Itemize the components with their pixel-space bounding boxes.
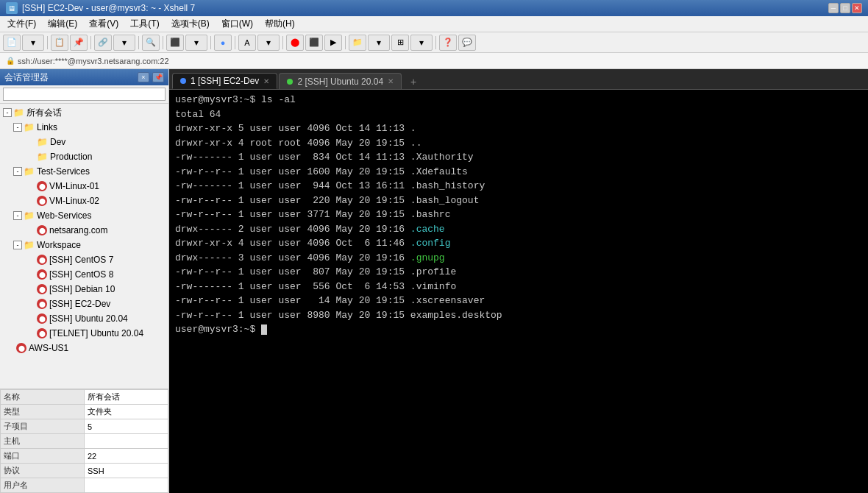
tab-close-1[interactable]: ✕ — [263, 77, 269, 85]
tree-item-centos7[interactable]: ⬤ [SSH] CentOS 7 — [0, 252, 168, 267]
new-session-button[interactable]: 📄 — [3, 35, 21, 51]
font-dropdown[interactable]: ▾ — [257, 35, 280, 51]
tree-item-ec2dev[interactable]: ⬤ [SSH] EC2-Dev — [0, 297, 168, 311]
menu-view[interactable]: 查看(V) — [83, 16, 124, 32]
term-line-5: -rw------- 1 user user 834 Oct 14 11:13 … — [175, 150, 862, 165]
tree-item-netsarang[interactable]: ⬤ netsarang.com — [0, 223, 168, 238]
window-controls: ─ □ ✕ — [828, 3, 862, 13]
stop-button[interactable]: ⬤ — [286, 35, 304, 51]
view-toggle[interactable]: ⊞ — [391, 35, 409, 51]
tree-item-centos8[interactable]: ⬤ [SSH] CentOS 8 — [0, 267, 168, 282]
tree-label-vm-linux-02: VM-Linux-02 — [49, 196, 99, 206]
menu-file[interactable]: 文件(F) — [1, 16, 42, 32]
help-button[interactable]: ❓ — [439, 35, 457, 51]
search-button[interactable]: 🔍 — [142, 35, 160, 51]
tree-item-links[interactable]: - 📁 Links — [0, 120, 168, 135]
view-dropdown[interactable]: ▾ — [410, 35, 433, 51]
tree-item-telnet-ubuntu[interactable]: ⬤ [TELNET] Ubuntu 20.04 — [0, 326, 168, 341]
tab-ec2dev[interactable]: 1 [SSH] EC2-Dev ✕ — [172, 73, 277, 89]
tree-item-all-sessions[interactable]: - 📁 所有会话 — [0, 105, 168, 120]
tree-item-workspace[interactable]: - 📁 Workspace — [0, 238, 168, 252]
transfer-button[interactable]: 📁 — [349, 35, 366, 51]
tree-label-dev: Dev — [50, 137, 65, 147]
tree-item-test-services[interactable]: - 📁 Test-Services — [0, 164, 168, 179]
maximize-button[interactable]: □ — [840, 3, 850, 13]
tab-bar: 1 [SSH] EC2-Dev ✕ 2 [SSH] Ubuntu 20.04 ✕… — [169, 69, 868, 90]
term-line-4: drwxr-xr-x 4 root root 4096 May 20 19:15… — [175, 136, 862, 151]
menu-edit[interactable]: 编辑(E) — [42, 16, 83, 32]
tab-label-1: 1 [SSH] EC2-Dev — [191, 76, 259, 86]
color-button[interactable]: ● — [214, 35, 232, 51]
search-input[interactable] — [3, 88, 166, 101]
prop-label-port: 端口 — [1, 449, 85, 464]
expand-test-services[interactable]: - — [13, 167, 22, 176]
expand-links[interactable]: - — [13, 123, 22, 132]
prop-value-protocol: SSH — [85, 464, 168, 478]
tree-item-vm-linux-01[interactable]: ⬤ VM-Linux-01 — [0, 179, 168, 194]
transfer-dropdown[interactable]: ▾ — [368, 35, 390, 51]
tree-label-centos8: [SSH] CentOS 8 — [49, 269, 113, 280]
tree-label-production: Production — [50, 152, 92, 162]
tab-ubuntu[interactable]: 2 [SSH] Ubuntu 20.04 ✕ — [279, 73, 402, 89]
tree-item-dev[interactable]: 📁 Dev — [0, 135, 168, 149]
font-button[interactable]: A — [238, 35, 256, 51]
info-button[interactable]: 💬 — [458, 35, 476, 51]
term-line-17: user@mysvr3:~$ — [175, 322, 862, 337]
term-line-14: -rw------- 1 user user 556 Oct 6 14:53 .… — [175, 280, 862, 294]
record-button[interactable]: ⬛ — [305, 35, 323, 51]
tree-label-ec2dev: [SSH] EC2-Dev — [49, 299, 110, 309]
tree-label-test-services: Test-Services — [37, 166, 90, 177]
tree-label-ubuntu2004: [SSH] Ubuntu 20.04 — [49, 313, 128, 324]
tree-item-production[interactable]: 📁 Production — [0, 149, 168, 164]
folder-icon-production: 📁 — [37, 152, 48, 162]
connect-dropdown[interactable]: ▾ — [113, 35, 135, 51]
terminal-button[interactable]: ⬛ — [166, 35, 184, 51]
tab-indicator-2 — [287, 79, 293, 85]
separator-6 — [235, 36, 235, 49]
term-line-16: -rw-r--r-- 1 user user 8980 May 20 19:15… — [175, 308, 862, 323]
search-bar — [0, 85, 168, 104]
term-line-15: -rw-r--r-- 1 user user 14 May 20 19:15 .… — [175, 294, 862, 308]
panel-pin-button[interactable]: 📌 — [152, 72, 164, 82]
expand-all-sessions[interactable]: - — [3, 108, 12, 117]
play-button[interactable]: ▶ — [324, 35, 342, 51]
minimize-button[interactable]: ─ — [828, 3, 839, 13]
tree-item-web-services[interactable]: - 📁 Web-Services — [0, 208, 168, 223]
tree-item-ubuntu2004[interactable]: ⬤ [SSH] Ubuntu 20.04 — [0, 311, 168, 326]
tab-close-2[interactable]: ✕ — [388, 77, 394, 85]
close-button[interactable]: ✕ — [852, 3, 862, 13]
prop-row-name: 名称 所有会话 — [1, 390, 168, 405]
tab-indicator-1 — [180, 78, 186, 84]
separator-9 — [435, 36, 436, 49]
menu-tabs[interactable]: 选项卡(B) — [166, 16, 216, 32]
tree-item-debian10[interactable]: ⬤ [SSH] Debian 10 — [0, 282, 168, 297]
tree-item-vm-linux-02[interactable]: ⬤ VM-Linux-02 — [0, 194, 168, 208]
copy-button[interactable]: 📋 — [51, 35, 68, 51]
expand-workspace[interactable]: - — [13, 241, 22, 249]
menu-help[interactable]: 帮助(H) — [259, 16, 301, 32]
menu-bar: 文件(F) 编辑(E) 查看(V) 工具(T) 选项卡(B) 窗口(W) 帮助(… — [0, 16, 868, 32]
session-icon-ubuntu2004: ⬤ — [37, 313, 47, 324]
terminal-content[interactable]: user@mysvr3:~$ ls -al total 64 drwxr-xr-… — [169, 90, 868, 493]
panel-close-button[interactable]: × — [138, 72, 149, 82]
prop-label-name: 名称 — [1, 390, 85, 405]
prop-label-protocol: 协议 — [1, 464, 85, 478]
expand-web-services[interactable]: - — [13, 211, 22, 220]
terminal-dropdown[interactable]: ▾ — [185, 35, 207, 51]
paste-button[interactable]: 📌 — [70, 35, 88, 51]
prop-value-count: 5 — [85, 419, 168, 434]
tab-add-button[interactable]: + — [406, 74, 421, 89]
new-session-dropdown[interactable]: ▾ — [22, 35, 44, 51]
tree-item-aws-us1[interactable]: ⬤ AWS-US1 — [0, 341, 168, 355]
menu-tools[interactable]: 工具(T) — [124, 16, 165, 32]
menu-window[interactable]: 窗口(W) — [216, 16, 259, 32]
tree-label-netsarang: netsarang.com — [49, 225, 107, 235]
term-line-12: drwx------ 3 user user 4096 May 20 19:16… — [175, 251, 862, 266]
app-icon: 🖥 — [6, 2, 18, 14]
tab-label-2: 2 [SSH] Ubuntu 20.04 — [297, 77, 383, 87]
connect-button[interactable]: 🔗 — [94, 35, 112, 51]
session-icon-vm02: ⬤ — [37, 196, 47, 206]
separator-5 — [210, 36, 211, 49]
separator-7 — [282, 36, 283, 49]
prop-value-host — [85, 434, 168, 449]
